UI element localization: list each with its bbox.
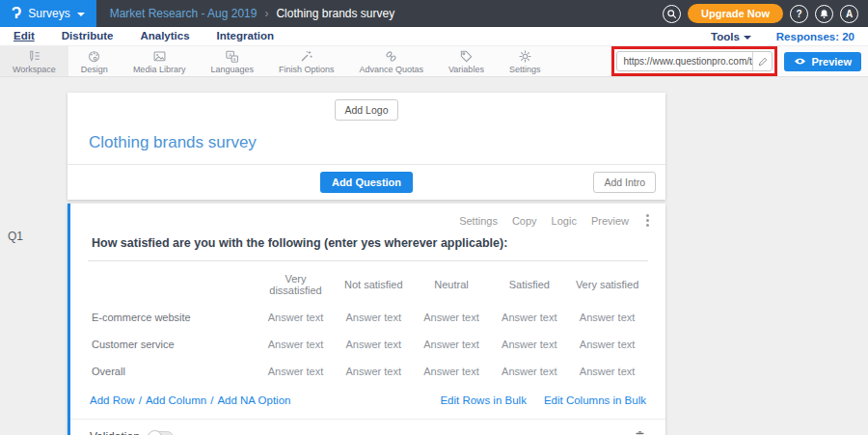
notifications-button[interactable]: [815, 5, 833, 23]
more-options-icon[interactable]: [643, 214, 652, 227]
add-intro-button[interactable]: Add Intro: [593, 172, 656, 193]
tab-edit[interactable]: Edit: [14, 30, 35, 42]
responses-count[interactable]: Responses: 20: [776, 31, 854, 42]
nav-right: Tools Responses: 20: [711, 31, 854, 42]
variables-icon: [459, 49, 474, 64]
avatar[interactable]: A: [840, 5, 858, 23]
tab-distribute[interactable]: Distribute: [62, 30, 114, 42]
delete-question-button[interactable]: [634, 430, 646, 435]
surveys-menu[interactable]: Ɂ Surveys: [0, 0, 96, 27]
link-separator: /: [210, 394, 213, 406]
toolbar-item-finish-options[interactable]: Finish Options: [266, 46, 347, 76]
question-copy-link[interactable]: Copy: [512, 215, 537, 227]
add-logo-button[interactable]: Add Logo: [335, 99, 399, 121]
pencil-icon: [758, 57, 768, 67]
workspace-icon: [27, 49, 41, 64]
matrix-header-row: Very dissatisfied Not satisfied Neutral …: [90, 265, 646, 304]
trash-icon: [634, 430, 646, 435]
tools-menu[interactable]: Tools: [711, 31, 751, 42]
add-na-option-link[interactable]: Add NA Option: [217, 394, 290, 406]
eye-icon: [794, 57, 806, 66]
toolbar-item-media-library[interactable]: Media Library: [121, 46, 199, 76]
toolbar-item-label: Workspace: [13, 65, 56, 74]
answer-text-cell[interactable]: Answer text: [257, 358, 335, 385]
answer-text-cell[interactable]: Answer text: [490, 331, 568, 358]
answer-text-cell[interactable]: Answer text: [335, 358, 413, 385]
edit-rows-in-bulk-link[interactable]: Edit Rows in Bulk: [440, 394, 526, 406]
add-question-button-top[interactable]: Add Question: [320, 172, 413, 193]
question-preview-link[interactable]: Preview: [591, 215, 629, 227]
toolbar-item-label: Variables: [448, 65, 484, 74]
answer-text-cell[interactable]: Answer text: [490, 304, 568, 331]
topbar-actions: Upgrade Now ? A: [663, 4, 868, 23]
edit-url-button[interactable]: [752, 52, 772, 70]
question-text-wrap: How satisfied are you with the following…: [88, 227, 648, 261]
help-button[interactable]: ?: [790, 5, 808, 23]
edit-columns-in-bulk-link[interactable]: Edit Columns in Bulk: [544, 394, 646, 406]
add-row-link[interactable]: Add Row: [90, 394, 135, 406]
matrix-links-row: Add Row / Add Column / Add NA Option Edi…: [70, 385, 665, 419]
question-text[interactable]: How satisfied are you with the following…: [92, 236, 644, 250]
tab-integration[interactable]: Integration: [217, 30, 274, 42]
preview-button[interactable]: Preview: [784, 52, 861, 71]
answer-text-cell[interactable]: Answer text: [568, 304, 646, 331]
matrix-row-label[interactable]: Customer service: [90, 331, 257, 358]
add-column-link[interactable]: Add Column: [146, 394, 206, 406]
finish-options-icon: [299, 49, 313, 64]
toolbar-item-label: Languages: [210, 65, 254, 74]
matrix-column-header[interactable]: Satisfied: [490, 265, 568, 304]
media-library-icon: [152, 49, 167, 64]
toolbar-item-languages[interactable]: A a Languages: [198, 46, 266, 76]
answer-text-cell[interactable]: Answer text: [257, 304, 335, 331]
toolbar-item-variables[interactable]: Variables: [436, 46, 497, 76]
validation-toggle[interactable]: [148, 431, 174, 435]
toolbar-item-label: Design: [81, 65, 108, 74]
matrix-column-header[interactable]: Not satisfied: [335, 265, 413, 304]
answer-text-cell[interactable]: Answer text: [568, 358, 646, 385]
chevron-down-icon: [744, 36, 751, 40]
answer-text-cell[interactable]: Answer text: [413, 331, 491, 358]
survey-title[interactable]: Clothing brands survey: [68, 121, 665, 164]
validation-label: Validation: [90, 430, 140, 435]
answer-text-cell[interactable]: Answer text: [257, 331, 335, 358]
toolbar-item-workspace[interactable]: Workspace: [0, 46, 68, 76]
nav-bar: Edit Distribute Analytics Integration To…: [0, 27, 868, 46]
answer-text-cell[interactable]: Answer text: [568, 331, 646, 358]
matrix-column-header[interactable]: Very dissatisfied: [257, 265, 335, 304]
search-button[interactable]: [663, 5, 681, 23]
tab-analytics[interactable]: Analytics: [140, 30, 189, 42]
matrix-row: Customer service Answer text Answer text…: [90, 331, 646, 358]
design-icon: [87, 49, 101, 64]
nav-tabs: Edit Distribute Analytics Integration: [14, 30, 274, 42]
question-logic-link[interactable]: Logic: [552, 215, 577, 227]
answer-text-cell[interactable]: Answer text: [490, 358, 568, 385]
question-menu: Settings Copy Logic Preview: [70, 204, 665, 227]
advance-quotas-icon: [384, 49, 398, 64]
survey-header-card: Add Logo Clothing brands survey Add Ques…: [68, 93, 665, 200]
upgrade-now-button[interactable]: Upgrade Now: [688, 4, 783, 23]
survey-url-field[interactable]: https://www.questionpro.com/t/APNrFZ: [616, 51, 773, 71]
answer-text-cell[interactable]: Answer text: [413, 358, 491, 385]
breadcrumb-separator-icon: ›: [264, 7, 268, 20]
breadcrumb-current: Clothing brands survey: [276, 7, 394, 20]
question-id-label: Q1: [8, 230, 23, 243]
matrix-row-label[interactable]: E-commerce website: [90, 304, 257, 331]
survey-url-text[interactable]: https://www.questionpro.com/t/APNrFZ: [617, 56, 752, 67]
answer-text-cell[interactable]: Answer text: [335, 331, 413, 358]
answer-text-cell[interactable]: Answer text: [413, 304, 491, 331]
search-icon: [666, 9, 677, 19]
question-settings-link[interactable]: Settings: [459, 215, 498, 227]
matrix-row: Overall Answer text Answer text Answer t…: [90, 358, 646, 385]
url-highlight-annotation: https://www.questionpro.com/t/APNrFZ: [611, 46, 777, 76]
toolbar-item-label: Media Library: [133, 65, 186, 74]
matrix-row-label[interactable]: Overall: [90, 358, 257, 385]
toolbar-item-design[interactable]: Design: [68, 46, 121, 76]
answer-text-cell[interactable]: Answer text: [335, 304, 413, 331]
validation-row: Validation: [70, 420, 665, 435]
toolbar-item-settings[interactable]: Settings: [497, 46, 554, 76]
matrix-column-header[interactable]: Very satisfied: [568, 265, 646, 304]
toolbar-item-advance-quotas[interactable]: Advance Quotas: [346, 46, 436, 76]
matrix-column-header[interactable]: Neutral: [413, 265, 491, 304]
toggle-knob: [148, 430, 162, 435]
breadcrumb-parent[interactable]: Market Research - Aug 2019: [110, 7, 258, 20]
